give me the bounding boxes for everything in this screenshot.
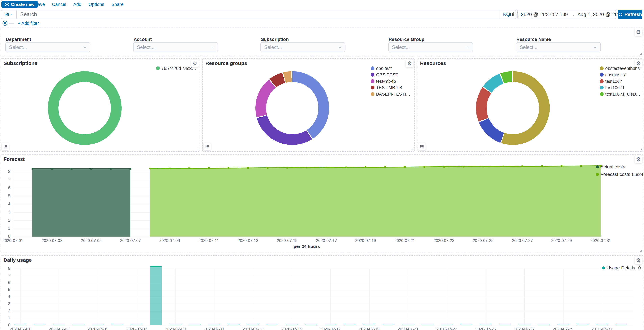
resources-panel: Resources ⚙ obstesteventhubscosmosks1tes… bbox=[417, 58, 644, 152]
legend-toggle-button[interactable] bbox=[418, 143, 426, 150]
panel-resize-handle[interactable] bbox=[638, 247, 642, 252]
usage-bar[interactable] bbox=[616, 324, 627, 325]
subscriptions-donut-chart[interactable] bbox=[48, 71, 122, 145]
resource-name-select[interactable]: Select... bbox=[516, 42, 601, 52]
legend-item[interactable]: cosmosks1 bbox=[600, 72, 642, 77]
usage-bar[interactable] bbox=[72, 324, 84, 325]
panel-resize-handle[interactable] bbox=[194, 146, 199, 151]
usage-bar[interactable] bbox=[422, 324, 434, 325]
panel-title[interactable]: Subscriptions bbox=[4, 60, 37, 66]
resource-groups-donut-chart[interactable] bbox=[256, 71, 329, 145]
x-axis-label: 2020-07-29 bbox=[548, 327, 578, 330]
usage-bar[interactable] bbox=[266, 324, 278, 325]
resources-donut-chart[interactable] bbox=[476, 71, 550, 145]
legend-label: OBS-TEST bbox=[376, 72, 398, 78]
panel-options-button[interactable]: ⚙ bbox=[634, 28, 642, 36]
grid-line bbox=[486, 268, 486, 325]
create-new-button[interactable]: Create new bbox=[1, 1, 38, 8]
control-label: Subscription bbox=[261, 37, 289, 42]
saved-query-menu-button[interactable] bbox=[1, 10, 16, 19]
usage-bar[interactable] bbox=[557, 324, 569, 325]
usage-bar[interactable] bbox=[383, 324, 394, 325]
legend-item[interactable]: OBS-TEST bbox=[371, 72, 413, 77]
usage-bar[interactable] bbox=[189, 324, 201, 325]
y-axis-label: 5 bbox=[3, 287, 10, 292]
control-label: Account bbox=[134, 37, 152, 42]
subscription-select[interactable]: Select... bbox=[260, 42, 345, 52]
add-menu-item[interactable]: Add bbox=[73, 2, 82, 7]
forecast-area-series[interactable] bbox=[1, 155, 643, 252]
panel-resize-handle[interactable] bbox=[408, 146, 414, 151]
legend-item[interactable]: test10671_OsDisk_1_... bbox=[600, 92, 642, 97]
date-from[interactable]: Jul 1, 2020 @ 11:37:57.139 bbox=[508, 12, 568, 17]
legend-item[interactable]: test1067 bbox=[600, 79, 642, 84]
legend-item[interactable]: Forecast costs8.824 bbox=[596, 172, 636, 177]
usage-bar[interactable] bbox=[576, 324, 588, 325]
usage-bar[interactable] bbox=[460, 324, 472, 325]
usage-bar[interactable] bbox=[247, 324, 259, 325]
legend-label: Forecast costs bbox=[600, 172, 630, 177]
legend-item[interactable]: Usage Details0 bbox=[602, 265, 641, 271]
usage-bar[interactable] bbox=[441, 324, 453, 325]
cancel-menu-item[interactable]: Cancel bbox=[52, 2, 66, 7]
panel-options-button[interactable]: ⚙ bbox=[191, 60, 199, 67]
usage-bar[interactable] bbox=[402, 324, 414, 325]
panel-resize-handle[interactable] bbox=[638, 50, 642, 56]
chevron-down-icon bbox=[338, 45, 342, 50]
department-select[interactable]: Select... bbox=[6, 42, 90, 52]
panel-resize-handle[interactable] bbox=[638, 146, 642, 151]
usage-bar[interactable] bbox=[112, 324, 123, 325]
usage-bar[interactable] bbox=[131, 324, 142, 325]
chevron-down-icon bbox=[210, 45, 215, 50]
legend-item[interactable]: test-mb-fb bbox=[371, 79, 413, 84]
usage-bar[interactable] bbox=[480, 324, 492, 325]
usage-bar[interactable] bbox=[499, 324, 511, 325]
legend-item[interactable]: Actual costs bbox=[596, 164, 636, 170]
save-menu-item[interactable]: Save bbox=[34, 2, 45, 7]
add-filter-button[interactable]: + Add filter bbox=[18, 21, 39, 26]
usage-bar[interactable] bbox=[518, 324, 530, 325]
legend-item[interactable]: test10671 bbox=[600, 85, 642, 90]
usage-bar[interactable] bbox=[150, 266, 162, 325]
y-axis-label: 0 bbox=[3, 322, 10, 327]
legend-label: test10671 bbox=[605, 85, 624, 90]
usage-bar[interactable] bbox=[305, 324, 317, 325]
date-range-display[interactable]: Jul 1, 2020 @ 11:37:57.139 → Aug 1, 2020… bbox=[532, 10, 616, 19]
account-select[interactable]: Select... bbox=[133, 42, 218, 52]
filter-circle-icon[interactable] bbox=[2, 20, 8, 26]
grid-line bbox=[563, 268, 564, 325]
share-menu-item[interactable]: Share bbox=[112, 2, 124, 7]
daily-usage-bar-chart[interactable]: 0123456782020-07-012020-07-032020-07-052… bbox=[1, 256, 643, 330]
subscriptions-panel: Subscriptions ⚙ 7657426d-c4c3-44... bbox=[0, 58, 200, 152]
usage-bar[interactable] bbox=[286, 324, 298, 325]
search-input[interactable]: Search KQL bbox=[1, 10, 516, 19]
donut-hole bbox=[266, 82, 318, 134]
panel-options-button[interactable]: ⚙ bbox=[634, 60, 642, 67]
usage-bar[interactable] bbox=[92, 324, 104, 325]
usage-bar[interactable] bbox=[14, 324, 26, 325]
usage-bar[interactable] bbox=[34, 324, 46, 325]
usage-bar[interactable] bbox=[208, 324, 220, 325]
legend-toggle-button[interactable] bbox=[204, 143, 211, 150]
plus-circle-icon bbox=[5, 2, 9, 7]
panel-options-button[interactable]: ⚙ bbox=[634, 155, 642, 163]
usage-bar[interactable] bbox=[53, 324, 65, 325]
panel-options-button[interactable]: ⚙ bbox=[406, 60, 414, 67]
legend-toggle-button[interactable] bbox=[2, 143, 9, 150]
usage-bar[interactable] bbox=[228, 324, 240, 325]
forecast-area-chart[interactable]: 0123456782020-07-012020-07-032020-07-052… bbox=[1, 155, 643, 252]
options-menu-item[interactable]: Options bbox=[88, 2, 104, 7]
legend-item[interactable]: BASEPI-TESTING bbox=[371, 92, 413, 97]
panel-options-button[interactable]: ⚙ bbox=[634, 256, 642, 264]
usage-bar[interactable] bbox=[596, 324, 608, 325]
refresh-button[interactable]: Refresh bbox=[618, 10, 642, 19]
panel-title[interactable]: Resources bbox=[420, 60, 446, 66]
usage-bar[interactable] bbox=[170, 324, 181, 325]
legend-item[interactable]: TEST-MB-FB bbox=[371, 85, 413, 90]
usage-bar[interactable] bbox=[344, 324, 356, 325]
usage-bar[interactable] bbox=[364, 324, 375, 325]
usage-bar[interactable] bbox=[324, 324, 336, 325]
resource-group-select[interactable]: Select... bbox=[388, 42, 473, 52]
usage-bar[interactable] bbox=[538, 324, 550, 325]
panel-title[interactable]: Resource groups bbox=[205, 60, 247, 66]
